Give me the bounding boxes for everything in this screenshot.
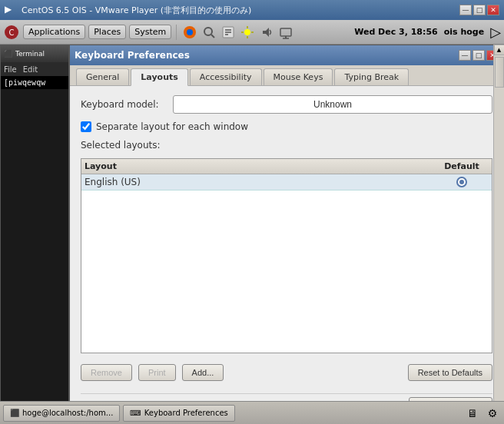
scrollbar-thumb[interactable] — [495, 57, 504, 88]
layouts-table: Layout Default English (US) — [81, 158, 492, 353]
separate-layout-checkbox[interactable] — [81, 121, 91, 132]
minimize-button[interactable]: — — [459, 5, 472, 15]
layout-action-buttons: Remove Print Add... Reset to Defaults — [81, 361, 492, 384]
scrollbar[interactable]: ▲ ▼ — [493, 45, 504, 424]
bottom-taskbar: ⬛ hoge@localhost:/hom... ⌨ Keyboard Pref… — [0, 401, 504, 424]
radio-selected-indicator — [456, 177, 467, 187]
bottom-right-icons: 🖥 ⚙ — [464, 405, 501, 422]
terminal-file-menu[interactable]: File — [4, 65, 17, 74]
terminal-icon: ⬛ — [10, 409, 19, 417]
keyboard-preferences-dialog: Keyboard Preferences — □ ✕ General Layou… — [69, 45, 504, 424]
search-icon[interactable] — [201, 24, 217, 41]
table-header: Layout Default — [81, 159, 492, 174]
notifications-icon[interactable]: ▷ — [490, 24, 501, 40]
quick-launch-icons — [181, 24, 294, 41]
default-column-header: Default — [435, 161, 489, 171]
layout-name: English (US) — [85, 177, 435, 187]
svg-point-3 — [187, 29, 193, 35]
svg-line-5 — [211, 35, 214, 38]
svg-text:C: C — [9, 28, 15, 37]
reset-defaults-button[interactable]: Reset to Defaults — [408, 364, 492, 381]
selected-layouts-label: Selected layouts: — [81, 140, 492, 151]
clock: Wed Dec 3, 18:56 — [354, 27, 438, 37]
radio-dot — [459, 180, 464, 184]
terminal-titlebar: ⬛ Terminal — [1, 45, 68, 62]
keyboard-model-row: Keyboard model: Unknown — [81, 95, 492, 114]
terminal-edit-menu[interactable]: Edit — [23, 65, 38, 74]
terminal-window: ⬛ Terminal File Edit [piwqewqw Type :qu — [0, 45, 69, 424]
terminal-title-text: Terminal — [15, 50, 45, 58]
dialog-minimize[interactable]: — — [459, 50, 471, 61]
add-button[interactable]: Add... — [182, 364, 224, 381]
firefox-icon[interactable] — [181, 24, 198, 41]
terminal-taskbar-label: hoge@localhost:/hom... — [22, 409, 113, 417]
volume-icon[interactable] — [258, 24, 275, 41]
tab-mouse-keys[interactable]: Mouse Keys — [264, 68, 333, 85]
dialog-maximize[interactable]: □ — [472, 50, 485, 61]
taskbar-separator — [176, 25, 177, 40]
taskbar: C Applications Places System — [0, 20, 504, 45]
bottom-settings-icon[interactable]: ⚙ — [484, 405, 501, 422]
username: ois hoge — [444, 27, 484, 37]
scrollbar-up[interactable]: ▲ — [494, 45, 505, 55]
terminal-content: [piwqewqw — [1, 76, 68, 89]
keyboard-icon: ⌨ — [130, 409, 141, 417]
vmware-icon: ▶ — [5, 4, 17, 16]
close-button[interactable]: ✕ — [487, 5, 499, 15]
keyboard-model-value[interactable]: Unknown — [173, 95, 492, 114]
places-menu[interactable]: Places — [88, 25, 126, 39]
prefs-taskbar-item[interactable]: ⌨ Keyboard Preferences — [123, 405, 234, 422]
dialog-title: Keyboard Preferences — [75, 50, 190, 61]
separate-layout-row: Separate layout for each window — [81, 121, 492, 132]
window-titlebar: ▶ CentOS 6.5 OIS - VMware Player (非営利目的の… — [0, 0, 504, 20]
dialog-area: Keyboard Preferences — □ ✕ General Layou… — [69, 45, 504, 424]
svg-point-10 — [244, 29, 250, 35]
svg-marker-15 — [263, 28, 269, 37]
svg-point-4 — [204, 28, 212, 35]
dialog-content: Keyboard model: Unknown Separate layout … — [70, 86, 503, 423]
terminal-menu: File Edit — [1, 62, 68, 76]
tab-typing-break[interactable]: Typing Break — [334, 68, 409, 85]
sun-icon[interactable] — [239, 24, 256, 41]
taskbar-right: Wed Dec 3, 18:56 ois hoge ▷ — [354, 24, 501, 40]
places-label: Places — [94, 27, 121, 37]
terminal-line: [piwqewqw — [4, 78, 65, 88]
edit-icon[interactable] — [220, 24, 237, 41]
table-row[interactable]: English (US) — [81, 174, 492, 190]
window-controls: — □ ✕ — [459, 5, 499, 15]
system-menu[interactable]: System — [129, 25, 171, 39]
default-radio[interactable] — [435, 177, 489, 187]
separate-layout-label: Separate layout for each window — [96, 121, 248, 132]
tab-accessibility[interactable]: Accessibility — [190, 68, 262, 85]
layout-column-header: Layout — [85, 161, 435, 171]
tab-general[interactable]: General — [76, 68, 129, 85]
dialog-titlebar: Keyboard Preferences — □ ✕ — [70, 45, 503, 65]
remove-button[interactable]: Remove — [81, 364, 132, 381]
window-title: CentOS 6.5 OIS - VMware Player (非営利目的の使用… — [22, 5, 251, 16]
centos-icon: C — [3, 24, 20, 41]
maximize-button[interactable]: □ — [473, 5, 486, 15]
system-label: System — [134, 27, 166, 37]
applications-menu[interactable]: Applications — [23, 25, 85, 39]
print-button[interactable]: Print — [138, 364, 176, 381]
tab-layouts[interactable]: Layouts — [131, 68, 187, 86]
main-area: ⬛ Terminal File Edit [piwqewqw Type :qu … — [0, 45, 504, 424]
applications-label: Applications — [28, 27, 80, 37]
bottom-display-icon[interactable]: 🖥 — [464, 405, 481, 422]
keyboard-model-label: Keyboard model: — [81, 99, 165, 110]
network-icon[interactable] — [277, 24, 294, 41]
tabs-bar: General Layouts Accessibility Mouse Keys… — [70, 65, 503, 86]
svg-rect-16 — [280, 28, 291, 36]
prefs-taskbar-label: Keyboard Preferences — [144, 409, 228, 417]
terminal-taskbar-item[interactable]: ⬛ hoge@localhost:/hom... — [3, 405, 120, 422]
